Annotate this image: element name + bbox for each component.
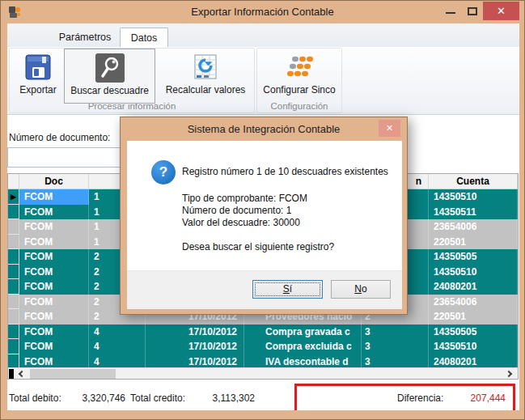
maximize-icon (468, 7, 477, 15)
cell-doc[interactable]: FCOM (19, 279, 89, 295)
magnifier-icon (65, 49, 155, 83)
dialog-title: Sistema de Integración Contable (121, 117, 407, 141)
cell-cuenta[interactable]: 14350511 (429, 205, 518, 220)
column-header-doc[interactable]: Doc (19, 174, 89, 189)
window-frame-bottom (1, 410, 524, 419)
cell-numero[interactable]: 4 (89, 339, 146, 354)
total-debito-value: 3,320,746 (72, 392, 125, 404)
tab-datos[interactable]: Datos (120, 28, 168, 47)
ribbon: Procesar información Configuración Expor… (7, 47, 519, 115)
total-debito-label: Total debito: (9, 392, 61, 404)
row-marker-cell[interactable] (8, 325, 19, 340)
chevron-left-icon (19, 371, 25, 377)
cell-cuenta[interactable]: 14350505 (429, 249, 518, 265)
cell-cuenta[interactable]: 14350505 (429, 325, 518, 340)
scrollbar-corner (9, 369, 14, 379)
totals-bar: Total debito: 3,320,746 Total credito: 3… (7, 380, 519, 412)
dialog-line: Número de documento: 1 (182, 205, 291, 216)
dialog-line: Desea buscar el siguiente registro? (182, 241, 334, 252)
dialog-line: Valor del descuadre: 30000 (182, 217, 300, 228)
cell-descripcion[interactable]: Compra excluida c (244, 339, 362, 354)
exportar-button[interactable]: Exportar (12, 49, 64, 102)
dialog-footer: Sí No (127, 270, 402, 309)
cell-cuenta[interactable]: 220501 (429, 235, 518, 250)
current-row-indicator-icon: ▶ (8, 189, 19, 205)
row-marker-cell[interactable] (8, 235, 19, 250)
button-label: No (332, 281, 390, 298)
tabstrip: Parámetros Datos (7, 23, 519, 47)
scroll-left-button[interactable] (15, 368, 28, 380)
cell-doc[interactable]: FCOM (19, 265, 89, 280)
cell-doc[interactable]: FCOM (19, 295, 89, 310)
row-marker-cell[interactable] (8, 249, 19, 265)
question-icon: ? (151, 160, 176, 185)
cell-fecha[interactable]: 17/10/2012 (146, 339, 244, 354)
scrollbar-thumb[interactable] (30, 369, 116, 379)
cell-cuenta[interactable]: 23654006 (429, 295, 518, 310)
diferencia-highlight-box: Diferencia: 207,444 (294, 384, 515, 413)
dialog-close-button[interactable]: ✕ (379, 120, 400, 137)
dialog-body: ? Registro número 1 de 10 descuadres exi… (127, 141, 402, 309)
cell-partial[interactable]: 3 (362, 339, 429, 354)
horizontal-scrollbar[interactable] (8, 367, 518, 379)
cell-fecha[interactable]: 17/10/2012 (146, 325, 244, 340)
no-button[interactable]: No (331, 280, 391, 299)
recalcular-valores-button[interactable]: Recalcular valores (158, 49, 253, 102)
close-button[interactable]: ✕ (483, 2, 519, 20)
row-marker-cell[interactable] (8, 205, 19, 220)
group-label: Configuración (257, 100, 341, 112)
total-credito-value: 3,113,302 (201, 392, 255, 404)
numero-documento-label: Número de documento: (9, 132, 110, 143)
cell-cuenta[interactable]: 23654006 (429, 219, 518, 235)
minimize-button[interactable] (439, 2, 462, 20)
diferencia-label: Diferencia: (397, 392, 443, 404)
maximize-button[interactable] (462, 2, 483, 20)
cell-doc[interactable]: FCOM (19, 339, 89, 354)
row-marker-cell[interactable]: ▶ (8, 189, 19, 205)
si-button[interactable]: Sí (252, 280, 323, 299)
button-label: Sí (253, 281, 322, 298)
table-row[interactable]: FCOM417/10/2012Compra gravada c314350505 (8, 325, 518, 340)
scroll-right-button[interactable] (504, 368, 517, 380)
button-label: Recalcular valores (158, 84, 253, 95)
row-marker-cell[interactable] (8, 309, 19, 325)
table-refresh-icon (158, 49, 253, 83)
diferencia-value: 207,444 (471, 392, 506, 404)
buscar-descuadre-button[interactable]: Buscar descuadre (64, 49, 155, 104)
button-label: Configurar Sinco (260, 84, 339, 95)
cell-descripcion[interactable]: Compra gravada c (244, 325, 362, 340)
cell-cuenta[interactable]: 24080201 (429, 279, 518, 295)
cell-doc[interactable]: FCOM (19, 249, 89, 265)
cell-doc[interactable]: FCOM (19, 219, 89, 235)
cell-cuenta[interactable]: 14350510 (429, 265, 518, 280)
cell-cuenta[interactable]: 220501 (429, 309, 518, 325)
row-marker-cell[interactable] (8, 265, 19, 280)
table-row[interactable]: FCOM417/10/2012Compra excluida c31435051… (8, 339, 518, 354)
cell-doc[interactable]: FCOM (19, 205, 89, 220)
button-label: Exportar (12, 84, 64, 95)
window-frame: Exportar Información Contable ✕ Parámetr… (0, 0, 525, 420)
chevron-right-icon (506, 371, 512, 377)
button-label: Buscar descuadre (65, 85, 155, 96)
dialog-line: Registro número 1 de 10 descuadres exist… (182, 166, 388, 177)
titlebar: Exportar Información Contable ✕ (1, 1, 524, 23)
row-marker-cell[interactable] (8, 339, 19, 354)
row-marker-cell[interactable] (8, 295, 19, 310)
floppy-disk-icon (12, 49, 64, 83)
cell-cuenta[interactable]: 14350510 (429, 339, 518, 354)
cell-partial[interactable]: 3 (362, 325, 429, 340)
column-header-marker (8, 174, 19, 189)
cell-doc[interactable]: FCOM (19, 325, 89, 340)
cell-cuenta[interactable]: 14350510 (429, 189, 518, 205)
cell-doc[interactable]: FCOM (19, 235, 89, 250)
cell-doc[interactable]: FCOM (19, 309, 89, 325)
column-header-cuenta[interactable]: Cuenta (429, 174, 518, 189)
tab-parametros[interactable]: Parámetros (49, 28, 121, 47)
row-marker-cell[interactable] (8, 279, 19, 295)
configurar-sinco-button[interactable]: Configurar Sinco (260, 49, 339, 102)
cell-doc[interactable]: FCOM (19, 189, 89, 205)
message-dialog: Sistema de Integración Contable ✕ ? Regi… (120, 117, 408, 315)
cell-numero[interactable]: 4 (89, 325, 146, 340)
total-credito-label: Total credito: (130, 392, 185, 404)
row-marker-cell[interactable] (8, 219, 19, 235)
